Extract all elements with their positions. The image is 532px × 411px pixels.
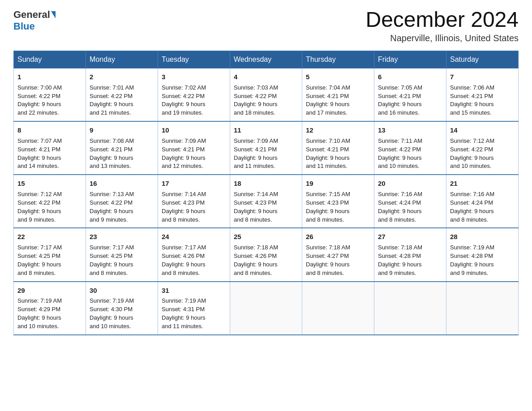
calendar-cell: 20Sunrise: 7:16 AMSunset: 4:24 PMDayligh… (374, 175, 446, 228)
sunset-value: Sunset: 4:27 PM (306, 253, 349, 259)
day-number: 6 (378, 72, 442, 82)
daylight-minutes: and 9 minutes. (17, 216, 56, 223)
day-info: Sunrise: 7:17 AMSunset: 4:26 PMDaylight:… (162, 244, 226, 277)
calendar-cell: 12Sunrise: 7:10 AMSunset: 4:21 PMDayligh… (302, 121, 374, 175)
day-info: Sunrise: 7:10 AMSunset: 4:21 PMDaylight:… (306, 137, 370, 171)
calendar-cell: 13Sunrise: 7:11 AMSunset: 4:22 PMDayligh… (374, 121, 446, 175)
month-title: December 2024 (365, 9, 519, 30)
calendar-cell: 10Sunrise: 7:09 AMSunset: 4:21 PMDayligh… (158, 121, 230, 175)
logo: General Blue (13, 9, 56, 32)
day-info: Sunrise: 7:17 AMSunset: 4:25 PMDaylight:… (17, 244, 82, 277)
calendar-cell (302, 282, 374, 335)
calendar-cell: 25Sunrise: 7:18 AMSunset: 4:26 PMDayligh… (230, 228, 302, 281)
daylight-label: Daylight: 9 hours (90, 154, 133, 161)
header-sunday: Sunday (14, 51, 86, 68)
calendar-cell: 7Sunrise: 7:06 AMSunset: 4:21 PMDaylight… (446, 68, 519, 122)
day-number: 29 (17, 286, 82, 295)
day-info: Sunrise: 7:15 AMSunset: 4:23 PMDaylight:… (306, 190, 370, 224)
calendar-cell: 21Sunrise: 7:16 AMSunset: 4:24 PMDayligh… (446, 175, 519, 228)
sunrise-value: Sunrise: 7:01 AM (90, 84, 134, 91)
daylight-label: Daylight: 9 hours (234, 154, 278, 161)
calendar-cell: 22Sunrise: 7:17 AMSunset: 4:25 PMDayligh… (14, 228, 86, 281)
calendar-cell: 19Sunrise: 7:15 AMSunset: 4:23 PMDayligh… (302, 175, 374, 228)
daylight-minutes: and 19 minutes. (162, 109, 203, 116)
day-info: Sunrise: 7:11 AMSunset: 4:22 PMDaylight:… (378, 137, 442, 171)
calendar-cell: 31Sunrise: 7:19 AMSunset: 4:31 PMDayligh… (158, 282, 230, 335)
daylight-minutes: and 11 minutes. (162, 323, 203, 330)
calendar-cell: 1Sunrise: 7:00 AMSunset: 4:22 PMDaylight… (14, 68, 86, 122)
day-info: Sunrise: 7:02 AMSunset: 4:22 PMDaylight:… (162, 84, 226, 117)
daylight-minutes: and 8 minutes. (162, 270, 200, 276)
header-row: SundayMondayTuesdayWednesdayThursdayFrid… (14, 51, 519, 68)
daylight-minutes: and 8 minutes. (378, 216, 416, 223)
day-number: 10 (162, 125, 226, 135)
day-info: Sunrise: 7:03 AMSunset: 4:22 PMDaylight:… (234, 84, 298, 117)
daylight-minutes: and 10 minutes. (17, 323, 59, 330)
daylight-label: Daylight: 9 hours (306, 261, 350, 268)
day-info: Sunrise: 7:14 AMSunset: 4:23 PMDaylight:… (162, 190, 226, 224)
sunrise-value: Sunrise: 7:02 AM (162, 84, 206, 91)
day-info: Sunrise: 7:19 AMSunset: 4:30 PMDaylight:… (90, 297, 154, 330)
daylight-minutes: and 9 minutes. (378, 270, 416, 276)
calendar-cell: 27Sunrise: 7:18 AMSunset: 4:28 PMDayligh… (374, 228, 446, 281)
sunset-value: Sunset: 4:30 PM (90, 306, 133, 313)
daylight-minutes: and 12 minutes. (162, 163, 203, 169)
daylight-label: Daylight: 9 hours (162, 154, 206, 161)
day-number: 2 (90, 72, 154, 82)
calendar-cell: 15Sunrise: 7:12 AMSunset: 4:22 PMDayligh… (14, 175, 86, 228)
sunrise-value: Sunrise: 7:19 AM (90, 297, 134, 304)
daylight-minutes: and 8 minutes. (90, 270, 128, 276)
sunrise-value: Sunrise: 7:19 AM (17, 297, 62, 304)
sunrise-value: Sunrise: 7:15 AM (306, 191, 350, 197)
daylight-label: Daylight: 9 hours (90, 101, 133, 107)
daylight-minutes: and 16 minutes. (378, 109, 420, 116)
sunset-value: Sunset: 4:21 PM (90, 146, 133, 153)
sunrise-value: Sunrise: 7:03 AM (234, 84, 278, 91)
daylight-label: Daylight: 9 hours (162, 101, 206, 107)
day-number: 4 (234, 72, 298, 82)
daylight-minutes: and 8 minutes. (450, 216, 488, 223)
sunrise-value: Sunrise: 7:14 AM (162, 191, 206, 197)
daylight-label: Daylight: 9 hours (162, 261, 206, 268)
day-info: Sunrise: 7:08 AMSunset: 4:21 PMDaylight:… (90, 137, 154, 171)
sunset-value: Sunset: 4:26 PM (162, 253, 205, 259)
sunset-value: Sunset: 4:21 PM (306, 146, 349, 153)
header-friday: Friday (374, 51, 446, 68)
sunset-value: Sunset: 4:22 PM (378, 146, 421, 153)
sunset-value: Sunset: 4:24 PM (450, 199, 493, 206)
day-number: 25 (234, 232, 298, 242)
day-info: Sunrise: 7:16 AMSunset: 4:24 PMDaylight:… (378, 190, 442, 224)
sunset-value: Sunset: 4:28 PM (450, 253, 493, 259)
title-area: December 2024 Naperville, Illinois, Unit… (365, 9, 519, 43)
day-number: 1 (17, 72, 82, 82)
sunset-value: Sunset: 4:22 PM (17, 199, 60, 206)
calendar-cell: 6Sunrise: 7:05 AMSunset: 4:21 PMDaylight… (374, 68, 446, 122)
daylight-label: Daylight: 9 hours (17, 314, 61, 321)
daylight-minutes: and 13 minutes. (90, 163, 131, 169)
sunrise-value: Sunrise: 7:09 AM (162, 137, 206, 144)
day-number: 13 (378, 125, 442, 135)
sunset-value: Sunset: 4:21 PM (450, 93, 493, 99)
daylight-minutes: and 15 minutes. (450, 109, 492, 116)
sunset-value: Sunset: 4:31 PM (162, 306, 205, 313)
daylight-minutes: and 14 minutes. (17, 163, 59, 169)
sunrise-value: Sunrise: 7:18 AM (234, 244, 278, 251)
sunrise-value: Sunrise: 7:16 AM (450, 191, 494, 197)
daylight-minutes: and 9 minutes. (90, 216, 128, 223)
day-number: 16 (90, 179, 154, 188)
day-info: Sunrise: 7:12 AMSunset: 4:22 PMDaylight:… (17, 190, 82, 224)
day-info: Sunrise: 7:01 AMSunset: 4:22 PMDaylight:… (90, 84, 154, 117)
week-row-1: 1Sunrise: 7:00 AMSunset: 4:22 PMDaylight… (14, 68, 519, 122)
day-info: Sunrise: 7:18 AMSunset: 4:26 PMDaylight:… (234, 244, 298, 277)
logo-arrow-icon (51, 11, 56, 18)
daylight-label: Daylight: 9 hours (378, 101, 422, 107)
sunrise-value: Sunrise: 7:09 AM (234, 137, 278, 144)
daylight-minutes: and 10 minutes. (450, 163, 492, 169)
day-info: Sunrise: 7:14 AMSunset: 4:23 PMDaylight:… (234, 190, 298, 224)
day-number: 31 (162, 286, 226, 295)
daylight-label: Daylight: 9 hours (234, 208, 278, 214)
header-monday: Monday (86, 51, 158, 68)
sunset-value: Sunset: 4:22 PM (450, 146, 493, 153)
sunset-value: Sunset: 4:21 PM (17, 146, 60, 153)
daylight-label: Daylight: 9 hours (17, 261, 61, 268)
